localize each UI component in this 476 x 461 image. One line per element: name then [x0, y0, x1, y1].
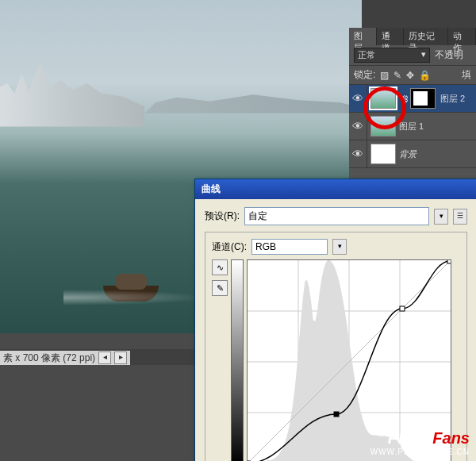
layer-name[interactable]: 背景 — [399, 148, 416, 160]
tab-channels[interactable]: 通道 — [377, 28, 405, 45]
preset-select[interactable]: 自定 — [244, 207, 429, 225]
mask-link-icon[interactable]: ⛓ — [401, 94, 409, 103]
preset-row: 预设(R): 自定 ▾ ☰ — [205, 207, 467, 225]
channel-dropdown-icon[interactable]: ▾ — [332, 239, 347, 255]
tab-history[interactable]: 历史记录 — [404, 28, 448, 45]
fill-label: 填 — [462, 68, 471, 82]
layer-row[interactable]: 👁 ⛓ 图层 2 — [349, 85, 476, 113]
scroll-right-button[interactable]: ▸ — [114, 352, 127, 364]
layer-mask-thumbnail[interactable] — [410, 88, 436, 109]
workspace-background — [0, 365, 194, 461]
blend-mode-select[interactable]: 正常 — [354, 48, 430, 63]
layer-row[interactable]: 👁 图层 1 — [349, 113, 476, 140]
layer-row[interactable]: 👁 背景 — [349, 140, 476, 168]
preset-dropdown-icon[interactable]: ▾ — [434, 209, 448, 225]
layer-thumbnail[interactable] — [370, 116, 396, 136]
lock-all-icon[interactable]: 🔒 — [419, 70, 431, 81]
panel-tabs: 图层 通道 历史记录 动作 — [349, 28, 476, 45]
curves-fieldset: 通道(C): RGB ▾ ∿ ✎ 输出(O): 62 — [205, 232, 467, 461]
output-gradient — [231, 259, 244, 461]
layers-list: 👁 ⛓ 图层 2 👁 图层 1 👁 背景 — [349, 85, 476, 168]
curves-editor: ∿ ✎ — [212, 259, 460, 461]
curve-pencil-tool[interactable]: ✎ — [212, 280, 228, 296]
preset-menu-button[interactable]: ☰ — [453, 209, 467, 225]
status-bar: 素 x 700 像素 (72 ppi) ◂ ▸ — [0, 351, 130, 365]
layer-name[interactable]: 图层 2 — [440, 93, 465, 105]
layer-thumbnail[interactable] — [370, 88, 396, 109]
visibility-toggle[interactable]: 👁 — [349, 140, 367, 167]
svg-rect-9 — [400, 306, 405, 311]
curves-dialog: 曲线 预设(R): 自定 ▾ ☰ 通道(C): RGB ▾ ∿ ✎ — [194, 179, 476, 461]
curve-tools: ∿ ✎ — [212, 259, 228, 461]
channel-label: 通道(C): — [212, 240, 247, 254]
channel-row: 通道(C): RGB ▾ — [212, 239, 460, 255]
visibility-toggle[interactable]: 👁 — [349, 113, 367, 140]
tab-actions[interactable]: 动作 — [448, 28, 476, 45]
lock-move-icon[interactable]: ✥ — [406, 70, 414, 81]
curve-smooth-tool[interactable]: ∿ — [212, 259, 228, 275]
channel-select[interactable]: RGB — [251, 239, 328, 255]
blend-mode-row: 正常 不透明 — [349, 45, 476, 66]
lock-row: 锁定: ▨ ✎ ✥ 🔒 填 — [349, 66, 476, 85]
layer-thumbnail[interactable] — [370, 144, 396, 164]
status-dimensions: 素 x 700 像素 (72 ppi) — [3, 352, 95, 365]
scroll-left-button[interactable]: ◂ — [98, 352, 111, 364]
layer-name[interactable]: 图层 1 — [399, 121, 424, 133]
layers-panel: 图层 通道 历史记录 动作 正常 不透明 锁定: ▨ ✎ ✥ 🔒 填 👁 ⛓ 图… — [349, 28, 476, 179]
svg-rect-8 — [334, 412, 339, 417]
curves-chart[interactable] — [247, 259, 451, 461]
lock-label: 锁定: — [354, 68, 375, 82]
visibility-toggle[interactable]: 👁 — [349, 85, 367, 112]
preset-label: 预设(R): — [205, 209, 240, 223]
tab-layers[interactable]: 图层 — [349, 28, 377, 45]
opacity-label: 不透明 — [435, 48, 463, 62]
dialog-title: 曲线 — [195, 179, 476, 199]
lock-paint-icon[interactable]: ✎ — [393, 70, 401, 81]
lock-transparency-icon[interactable]: ▨ — [380, 70, 389, 81]
svg-rect-10 — [447, 260, 451, 263]
image-content-wake — [63, 290, 206, 305]
